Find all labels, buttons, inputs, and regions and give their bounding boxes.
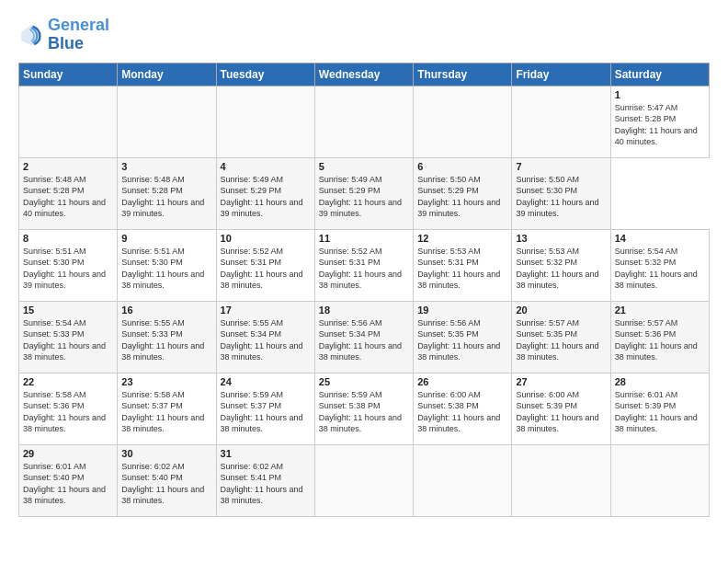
day-number: 25 <box>319 376 409 387</box>
calendar-day-cell <box>512 86 610 157</box>
calendar-week-row: 8 Sunrise: 5:51 AM Sunset: 5:30 PM Dayli… <box>19 229 710 301</box>
calendar-day-header: Sunday <box>19 63 118 86</box>
header: General Blue <box>18 17 710 53</box>
logo-icon <box>18 22 44 48</box>
calendar-day-cell: 11 Sunrise: 5:52 AM Sunset: 5:31 PM Dayl… <box>314 229 413 301</box>
day-info: Sunrise: 5:59 AM Sunset: 5:38 PM Dayligh… <box>319 389 409 435</box>
calendar-day-cell: 5 Sunrise: 5:49 AM Sunset: 5:29 PM Dayli… <box>314 157 413 229</box>
day-number: 4 <box>221 161 311 172</box>
calendar-day-cell: 7 Sunrise: 5:50 AM Sunset: 5:30 PM Dayli… <box>512 157 610 229</box>
day-info: Sunrise: 6:01 AM Sunset: 5:39 PM Dayligh… <box>615 389 705 435</box>
calendar-day-cell: 25 Sunrise: 5:59 AM Sunset: 5:38 PM Dayl… <box>314 373 413 444</box>
calendar-day-cell: 14 Sunrise: 5:54 AM Sunset: 5:32 PM Dayl… <box>610 229 709 301</box>
day-number: 12 <box>417 233 507 244</box>
day-info: Sunrise: 5:48 AM Sunset: 5:28 PM Dayligh… <box>23 174 113 220</box>
calendar-table: SundayMondayTuesdayWednesdayThursdayFrid… <box>18 63 710 517</box>
day-info: Sunrise: 5:56 AM Sunset: 5:34 PM Dayligh… <box>319 317 409 363</box>
day-number: 15 <box>23 304 113 316</box>
day-number: 19 <box>417 304 507 316</box>
day-number: 31 <box>221 448 311 459</box>
calendar-day-cell <box>610 444 709 516</box>
day-info: Sunrise: 5:53 AM Sunset: 5:32 PM Dayligh… <box>516 246 606 292</box>
calendar-day-cell <box>314 444 413 516</box>
calendar-day-header: Friday <box>512 63 610 86</box>
day-number: 26 <box>417 376 507 387</box>
calendar-day-cell <box>216 86 314 157</box>
day-info: Sunrise: 5:50 AM Sunset: 5:30 PM Dayligh… <box>516 174 606 220</box>
calendar-day-cell: 20 Sunrise: 5:57 AM Sunset: 5:35 PM Dayl… <box>512 301 610 373</box>
day-number: 11 <box>319 233 409 244</box>
calendar-day-cell <box>414 444 512 516</box>
calendar-day-cell <box>19 86 118 157</box>
calendar-week-row: 29 Sunrise: 6:01 AM Sunset: 5:40 PM Dayl… <box>19 444 710 516</box>
calendar-day-cell: 6 Sunrise: 5:50 AM Sunset: 5:29 PM Dayli… <box>414 157 512 229</box>
day-info: Sunrise: 6:00 AM Sunset: 5:39 PM Dayligh… <box>516 389 606 435</box>
day-info: Sunrise: 5:49 AM Sunset: 5:29 PM Dayligh… <box>319 174 409 220</box>
day-info: Sunrise: 6:00 AM Sunset: 5:38 PM Dayligh… <box>417 389 507 435</box>
day-number: 9 <box>121 233 211 244</box>
day-number: 3 <box>121 161 211 172</box>
calendar-day-cell: 30 Sunrise: 6:02 AM Sunset: 5:40 PM Dayl… <box>118 444 216 516</box>
calendar-week-row: 22 Sunrise: 5:58 AM Sunset: 5:36 PM Dayl… <box>19 373 710 444</box>
day-number: 8 <box>23 233 113 244</box>
calendar-week-row: 1 Sunrise: 5:47 AM Sunset: 5:28 PM Dayli… <box>19 86 710 157</box>
day-number: 30 <box>121 448 211 459</box>
day-info: Sunrise: 5:59 AM Sunset: 5:37 PM Dayligh… <box>221 389 311 435</box>
day-info: Sunrise: 5:55 AM Sunset: 5:33 PM Dayligh… <box>121 317 211 363</box>
day-info: Sunrise: 6:01 AM Sunset: 5:40 PM Dayligh… <box>23 461 113 507</box>
calendar-day-cell: 29 Sunrise: 6:01 AM Sunset: 5:40 PM Dayl… <box>19 444 118 516</box>
day-number: 20 <box>516 304 606 316</box>
day-number: 1 <box>615 89 705 100</box>
day-number: 2 <box>23 161 113 172</box>
calendar-day-header: Monday <box>118 63 216 86</box>
calendar-day-cell: 19 Sunrise: 5:56 AM Sunset: 5:35 PM Dayl… <box>414 301 512 373</box>
day-info: Sunrise: 5:52 AM Sunset: 5:31 PM Dayligh… <box>221 246 311 292</box>
calendar-day-cell: 27 Sunrise: 6:00 AM Sunset: 5:39 PM Dayl… <box>512 373 610 444</box>
calendar-day-cell <box>314 86 413 157</box>
logo: General Blue <box>18 17 109 53</box>
calendar-day-cell: 26 Sunrise: 6:00 AM Sunset: 5:38 PM Dayl… <box>414 373 512 444</box>
day-number: 17 <box>221 304 311 316</box>
day-number: 27 <box>516 376 606 387</box>
day-number: 29 <box>23 448 113 459</box>
day-info: Sunrise: 5:51 AM Sunset: 5:30 PM Dayligh… <box>121 246 211 292</box>
day-number: 13 <box>516 233 606 244</box>
calendar-week-row: 15 Sunrise: 5:54 AM Sunset: 5:33 PM Dayl… <box>19 301 710 373</box>
calendar-day-cell: 9 Sunrise: 5:51 AM Sunset: 5:30 PM Dayli… <box>118 229 216 301</box>
day-info: Sunrise: 5:57 AM Sunset: 5:35 PM Dayligh… <box>516 317 606 363</box>
calendar-day-cell: 18 Sunrise: 5:56 AM Sunset: 5:34 PM Dayl… <box>314 301 413 373</box>
day-number: 6 <box>417 161 507 172</box>
day-number: 21 <box>615 304 705 316</box>
day-info: Sunrise: 5:47 AM Sunset: 5:28 PM Dayligh… <box>615 102 705 148</box>
calendar-day-cell: 21 Sunrise: 5:57 AM Sunset: 5:36 PM Dayl… <box>610 301 709 373</box>
day-number: 7 <box>516 161 606 172</box>
calendar-day-cell: 15 Sunrise: 5:54 AM Sunset: 5:33 PM Dayl… <box>19 301 118 373</box>
day-info: Sunrise: 5:50 AM Sunset: 5:29 PM Dayligh… <box>417 174 507 220</box>
calendar-day-cell: 16 Sunrise: 5:55 AM Sunset: 5:33 PM Dayl… <box>118 301 216 373</box>
calendar-day-header: Wednesday <box>314 63 413 86</box>
day-number: 18 <box>319 304 409 316</box>
calendar-day-header: Saturday <box>610 63 709 86</box>
day-info: Sunrise: 5:49 AM Sunset: 5:29 PM Dayligh… <box>221 174 311 220</box>
day-info: Sunrise: 5:54 AM Sunset: 5:32 PM Dayligh… <box>615 246 705 292</box>
day-info: Sunrise: 6:02 AM Sunset: 5:41 PM Dayligh… <box>221 461 311 507</box>
calendar-day-cell: 22 Sunrise: 5:58 AM Sunset: 5:36 PM Dayl… <box>19 373 118 444</box>
day-info: Sunrise: 5:51 AM Sunset: 5:30 PM Dayligh… <box>23 246 113 292</box>
day-info: Sunrise: 5:58 AM Sunset: 5:36 PM Dayligh… <box>23 389 113 435</box>
logo-text: General Blue <box>48 17 109 53</box>
day-number: 16 <box>121 304 211 316</box>
day-number: 22 <box>23 376 113 387</box>
calendar-day-cell: 8 Sunrise: 5:51 AM Sunset: 5:30 PM Dayli… <box>19 229 118 301</box>
calendar-day-cell: 10 Sunrise: 5:52 AM Sunset: 5:31 PM Dayl… <box>216 229 314 301</box>
calendar-day-cell: 12 Sunrise: 5:53 AM Sunset: 5:31 PM Dayl… <box>414 229 512 301</box>
day-number: 23 <box>121 376 211 387</box>
page: General Blue SundayMondayTuesdayWednesda… <box>0 0 728 563</box>
day-number: 28 <box>615 376 705 387</box>
calendar-day-cell: 13 Sunrise: 5:53 AM Sunset: 5:32 PM Dayl… <box>512 229 610 301</box>
calendar-day-cell: 2 Sunrise: 5:48 AM Sunset: 5:28 PM Dayli… <box>19 157 118 229</box>
day-number: 10 <box>221 233 311 244</box>
calendar-day-cell: 28 Sunrise: 6:01 AM Sunset: 5:39 PM Dayl… <box>610 373 709 444</box>
calendar-day-cell: 31 Sunrise: 6:02 AM Sunset: 5:41 PM Dayl… <box>216 444 314 516</box>
day-number: 24 <box>221 376 311 387</box>
day-info: Sunrise: 5:54 AM Sunset: 5:33 PM Dayligh… <box>23 317 113 363</box>
